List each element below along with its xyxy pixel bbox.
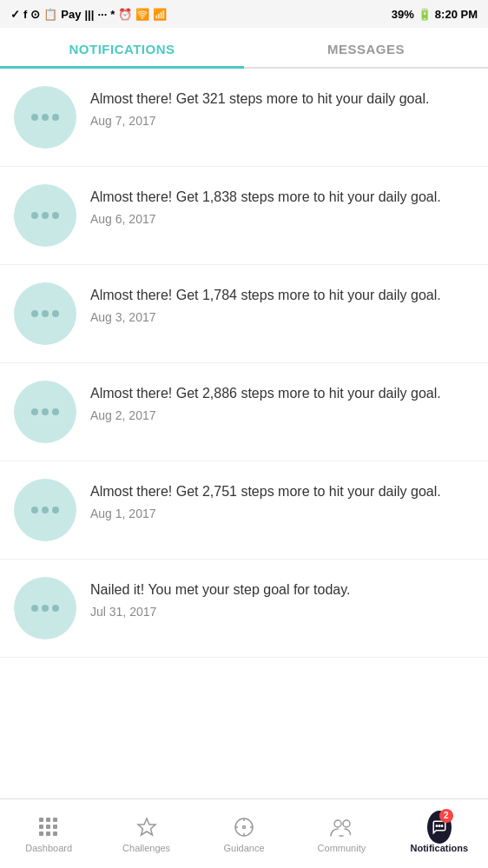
notif-message-0: Almost there! Get 321 steps more to hit …	[90, 89, 474, 109]
notification-item-5[interactable]: Nailed it! You met your step goal for to…	[0, 560, 488, 658]
svg-point-11	[441, 825, 443, 826]
notif-date-5: Jul 31, 2017	[90, 605, 474, 619]
notification-item-3[interactable]: Almost there! Get 2,886 steps more to hi…	[0, 363, 488, 461]
notif-content-3: Almost there! Get 2,886 steps more to hi…	[90, 381, 474, 422]
notification-item-4[interactable]: Almost there! Get 2,751 steps more to hi…	[0, 461, 488, 560]
notif-avatar-0	[14, 86, 76, 149]
check-icon: ✓	[10, 8, 20, 21]
nav-item-guidance[interactable]: Guidance	[195, 808, 293, 860]
tab-messages[interactable]: MESSAGES	[244, 28, 488, 67]
notification-item-0[interactable]: Almost there! Get 321 steps more to hit …	[0, 69, 488, 167]
notif-avatar-3	[14, 381, 76, 443]
notif-message-4: Almost there! Get 2,751 steps more to hi…	[90, 482, 474, 501]
star-icon	[135, 815, 159, 839]
notification-item-2[interactable]: Almost there! Get 1,784 steps more to hi…	[0, 265, 488, 363]
notif-date-3: Aug 2, 2017	[90, 408, 474, 422]
notif-date-2: Aug 3, 2017	[90, 310, 474, 324]
bluetooth-icon: *	[110, 8, 115, 21]
svg-point-2	[243, 825, 246, 828]
notif-content-2: Almost there! Get 1,784 steps more to hi…	[90, 282, 474, 324]
wifi-icon: 🛜	[135, 8, 149, 21]
notif-content-0: Almost there! Get 321 steps more to hit …	[90, 86, 474, 128]
nav-item-community[interactable]: Community	[293, 808, 390, 860]
notifications-list: Almost there! Get 321 steps more to hit …	[0, 69, 488, 789]
svg-marker-0	[138, 818, 155, 835]
samsung-pay-icon: Pay	[61, 8, 81, 21]
svg-point-10	[439, 825, 440, 826]
notif-avatar-2	[14, 282, 76, 345]
notification-item-1[interactable]: Almost there! Get 1,838 steps more to hi…	[0, 167, 488, 265]
notifications-nav-icon: 2	[427, 815, 452, 839]
notification-badge: 2	[439, 809, 453, 823]
time-display: 8:20 PM	[435, 8, 478, 21]
notif-content-4: Almost there! Get 2,751 steps more to hi…	[90, 479, 474, 520]
notif-date-0: Aug 7, 2017	[90, 114, 474, 128]
signal-icon: |||	[84, 8, 94, 21]
svg-point-9	[436, 825, 438, 826]
svg-point-7	[334, 820, 341, 827]
notif-date-4: Aug 1, 2017	[90, 507, 474, 520]
notif-avatar-5	[14, 577, 76, 639]
notif-content-1: Almost there! Get 1,838 steps more to hi…	[90, 184, 474, 226]
tab-notifications[interactable]: NOTIFICATIONS	[0, 28, 244, 67]
notif-message-5: Nailed it! You met your step goal for to…	[90, 580, 474, 600]
clock-icon: ⏰	[118, 8, 132, 21]
notif-message-3: Almost there! Get 2,886 steps more to hi…	[90, 384, 474, 403]
battery-icon: 🔋	[418, 8, 432, 21]
nav-label-notifications: Notifications	[411, 843, 469, 853]
bottom-nav: Dashboard Challenges Guidance	[0, 798, 488, 868]
facebook-icon: f	[23, 8, 27, 21]
nav-label-community: Community	[318, 843, 366, 853]
notif-message-1: Almost there! Get 1,838 steps more to hi…	[90, 188, 474, 207]
notif-date-1: Aug 6, 2017	[90, 212, 474, 226]
community-icon	[329, 815, 353, 839]
status-bar: ✓ f ⊙ 📋 Pay ||| ··· * ⏰ 🛜 📶 39% 🔋 8:20 P…	[0, 0, 488, 28]
clipboard-icon: 📋	[43, 8, 57, 21]
nav-label-challenges: Challenges	[122, 843, 170, 853]
compass-icon	[232, 815, 256, 839]
svg-point-8	[343, 820, 350, 827]
nav-label-guidance: Guidance	[223, 843, 264, 853]
camera-icon: ⊙	[30, 8, 40, 21]
notif-avatar-4	[14, 479, 76, 541]
status-left: ✓ f ⊙ 📋 Pay ||| ··· * ⏰ 🛜 📶	[10, 8, 167, 21]
signal-bars: 📶	[153, 8, 167, 21]
nav-item-challenges[interactable]: Challenges	[97, 808, 195, 860]
nav-item-dashboard[interactable]: Dashboard	[0, 808, 97, 860]
notif-avatar-1	[14, 184, 76, 247]
nav-label-dashboard: Dashboard	[25, 843, 72, 853]
tab-header: NOTIFICATIONS MESSAGES	[0, 28, 488, 69]
notif-message-2: Almost there! Get 1,784 steps more to hi…	[90, 286, 474, 305]
status-right: 39% 🔋 8:20 PM	[392, 8, 478, 21]
notif-content-5: Nailed it! You met your step goal for to…	[90, 577, 474, 619]
nav-item-notifications[interactable]: 2 Notifications	[391, 808, 488, 860]
battery-percent: 39%	[392, 8, 414, 21]
dots-icon: ···	[97, 8, 107, 21]
dashboard-icon	[36, 815, 61, 839]
